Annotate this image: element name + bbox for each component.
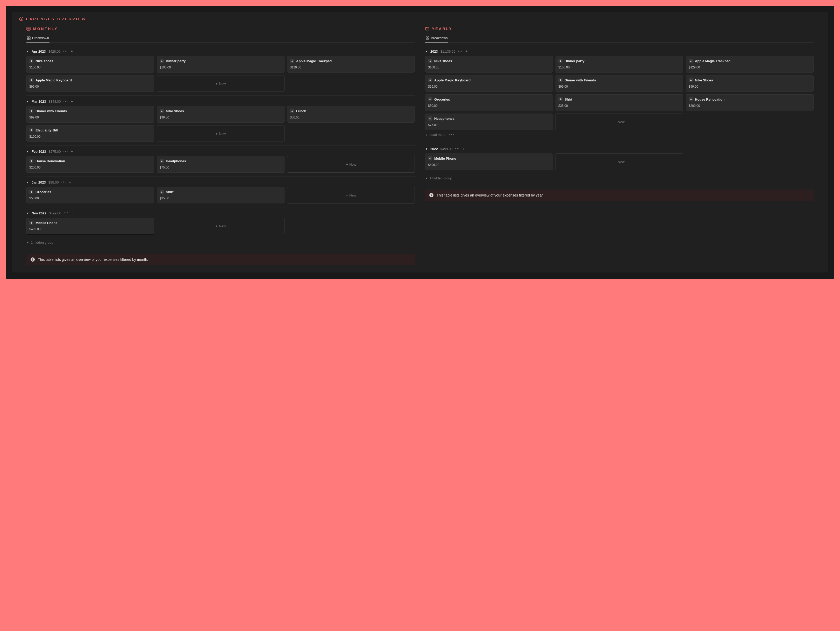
add-item-button[interactable]: + [463, 147, 464, 151]
arrow-down-icon [29, 109, 33, 113]
expense-card[interactable]: Apple Magic Keyboard$99.00 [425, 75, 553, 92]
expense-card[interactable]: Nike Shoes$99.00 [686, 75, 813, 92]
expense-card[interactable]: Electricity Bill$100.00 [27, 125, 154, 142]
group-label: 2023 [430, 49, 438, 54]
yearly-heading[interactable]: YEARLY [425, 27, 813, 31]
arrow-down-icon [159, 59, 164, 63]
more-menu-icon[interactable]: ••• [63, 100, 68, 103]
expense-amount: $100.00 [29, 135, 151, 138]
expense-card[interactable]: Apple Magic Trackpad$129.00 [287, 56, 415, 73]
add-item-button[interactable]: + [71, 211, 73, 215]
new-card-button[interactable]: +New [556, 153, 683, 170]
card-grid: Groceries$50.00Shirt$35.00+New [27, 187, 415, 204]
group-total: $348.00 [49, 100, 61, 103]
add-item-button[interactable]: + [71, 49, 73, 54]
expense-amount: $99.00 [29, 85, 151, 89]
new-card-button[interactable]: +New [287, 156, 415, 172]
expense-card[interactable]: Groceries$50.00 [425, 94, 553, 111]
expense-card[interactable]: Groceries$50.00 [27, 187, 154, 204]
info-banner-yearly: i This table lists gives an overview of … [425, 190, 813, 201]
add-item-button[interactable]: + [71, 149, 73, 153]
svg-rect-7 [29, 29, 30, 30]
expense-amount: $100.00 [428, 66, 550, 69]
more-menu-icon[interactable]: ••• [63, 49, 68, 53]
tab-breakdown-monthly[interactable]: Breakdown [27, 35, 49, 43]
calendar-grid-icon [27, 27, 31, 31]
expense-group: ▼Feb 2023$275.00•••+House Renovation$200… [27, 146, 415, 177]
expense-group: ▼Mar 2023$348.00•••+Dinner with Friends$… [27, 96, 415, 146]
expense-card[interactable]: Dinner party$100.00 [556, 56, 683, 73]
more-menu-icon[interactable]: ••• [449, 133, 455, 137]
more-menu-icon[interactable]: ••• [458, 49, 463, 53]
group-label: Feb 2023 [32, 150, 46, 153]
arrow-down-icon [29, 128, 33, 132]
expense-card[interactable]: Mobile Phone$499.00 [27, 218, 154, 234]
expense-card[interactable]: Shirt$35.00 [556, 94, 683, 111]
group-header[interactable]: ▼Jan 2023$85.00•••+ [27, 179, 415, 187]
expense-card[interactable]: Headphones$75.00 [425, 114, 553, 130]
more-menu-icon[interactable]: ••• [63, 150, 68, 153]
expense-card[interactable]: Nike shoes$100.00 [425, 56, 553, 73]
monthly-heading[interactable]: MONTHLY [27, 27, 415, 31]
collapse-caret-icon[interactable]: ▼ [27, 212, 29, 215]
expense-card[interactable]: Nike shoes$100.00 [27, 56, 154, 73]
monthly-heading-text: MONTHLY [33, 27, 58, 31]
expense-name: Dinner with Friends [565, 78, 596, 82]
expense-card[interactable]: Nike Shoes$99.00 [157, 106, 284, 123]
group-label: Jan 2023 [32, 180, 46, 184]
group-header[interactable]: ▼Mar 2023$348.00•••+ [27, 98, 415, 106]
new-card-button[interactable]: +New [556, 114, 683, 130]
group-header[interactable]: ▼Nov 2022$499.00•••+ [27, 210, 415, 218]
group-total: $275.00 [49, 150, 61, 153]
new-label: New [219, 224, 226, 228]
expense-card[interactable]: House Renovation$200.00 [27, 156, 154, 172]
group-header[interactable]: ▼2022$499.00•••+ [425, 146, 813, 153]
new-card-button[interactable]: +New [157, 75, 284, 92]
plus-icon: + [216, 224, 218, 228]
expense-card[interactable]: House Renovation$200.00 [686, 94, 813, 111]
new-card-button[interactable]: +New [157, 125, 284, 142]
load-more-button[interactable]: ↓Load more••• [425, 130, 813, 139]
add-item-button[interactable]: + [465, 49, 467, 54]
group-header[interactable]: ▼Feb 2023$275.00•••+ [27, 148, 415, 156]
group-header[interactable]: ▼Apr 2023$428.00•••+ [27, 48, 415, 56]
expense-group: ▼2022$499.00•••+Mobile Phone$499.00+New [425, 143, 813, 174]
hidden-group-toggle-monthly[interactable]: ▾ 1 hidden group [27, 238, 415, 247]
collapse-caret-icon[interactable]: ▼ [425, 147, 428, 150]
expense-card[interactable]: Dinner with Friends$99.00 [556, 75, 683, 92]
expense-amount: $99.00 [29, 115, 151, 119]
tab-breakdown-yearly[interactable]: Breakdown [425, 35, 448, 43]
expense-card[interactable]: Dinner with Friends$99.00 [27, 106, 154, 123]
info-text: This table lists gives an overview of yo… [437, 193, 543, 197]
expense-card[interactable]: Dinner party$100.00 [157, 56, 284, 73]
collapse-caret-icon[interactable]: ▼ [27, 100, 29, 103]
add-item-button[interactable]: + [69, 180, 71, 184]
group-label: Mar 2023 [32, 100, 46, 103]
expense-amount: $99.00 [428, 85, 550, 89]
more-menu-icon[interactable]: ••• [64, 211, 69, 215]
svg-rect-1 [27, 27, 30, 30]
group-header[interactable]: ▼2023$1,136.00•••+ [425, 48, 813, 56]
expense-card[interactable]: Headphones$75.00 [157, 156, 284, 172]
new-card-button[interactable]: +New [157, 218, 284, 234]
expense-card[interactable]: Apple Magic Trackpad$129.00 [686, 56, 813, 73]
hidden-group-toggle-yearly[interactable]: ▾ 1 hidden group [425, 174, 813, 183]
svg-rect-14 [428, 36, 429, 38]
collapse-caret-icon[interactable]: ▼ [27, 181, 29, 184]
expense-name: Dinner party [166, 59, 186, 63]
collapse-caret-icon[interactable]: ▼ [27, 50, 29, 53]
new-label: New [618, 160, 624, 164]
expense-card[interactable]: Mobile Phone$499.00 [425, 153, 553, 170]
collapse-caret-icon[interactable]: ▼ [425, 50, 428, 53]
add-item-button[interactable]: + [71, 99, 73, 103]
expense-amount: $200.00 [29, 166, 151, 169]
expense-card[interactable]: Apple Magic Keyboard$99.00 [27, 75, 154, 92]
more-menu-icon[interactable]: ••• [62, 180, 66, 184]
more-menu-icon[interactable]: ••• [455, 147, 460, 150]
arrow-down-icon [428, 156, 432, 160]
collapse-caret-icon[interactable]: ▼ [27, 150, 29, 153]
new-card-button[interactable]: +New [287, 187, 415, 204]
expense-card[interactable]: Shirt$35.00 [157, 187, 284, 204]
expense-card[interactable]: Lunch$50.00 [287, 106, 415, 123]
expense-name: Apple Magic Keyboard [434, 78, 471, 82]
